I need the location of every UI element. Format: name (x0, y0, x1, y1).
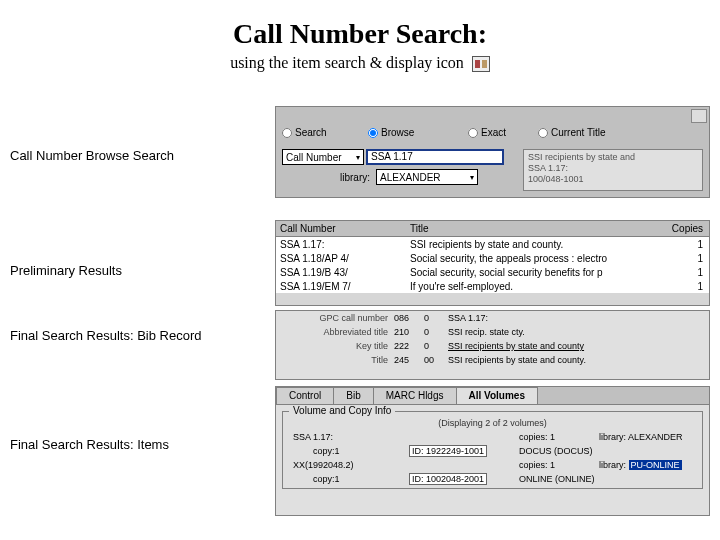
cell-copies: 1 (659, 253, 709, 264)
group-legend: Volume and Copy Info (289, 405, 395, 416)
col-copies[interactable]: Copies (659, 223, 709, 234)
cell-callno: SSA 1.17: (276, 239, 406, 250)
copy-id[interactable]: ID: 1002048-2001 (409, 473, 487, 485)
copy-row[interactable]: copy:1 ID: 1002048-2001 ONLINE (ONLINE) (289, 472, 696, 486)
volume-row[interactable]: XX(1992048.2) copies: 1 library: PU-ONLI… (289, 458, 696, 472)
cell-title: If you're self-employed. (406, 281, 659, 292)
col-title[interactable]: Title (406, 223, 659, 234)
bib-value: SSI recipients by state and county. (448, 355, 709, 365)
bib-label: GPC call number (276, 313, 394, 323)
label-bib-record: Final Search Results: Bib Record (10, 328, 201, 343)
bib-label: Title (276, 355, 394, 365)
bib-tag: 086 (394, 313, 424, 323)
tab-control[interactable]: Control (276, 387, 334, 404)
bib-value-link[interactable]: SSI recipients by state and county (448, 341, 709, 351)
tab-all-volumes[interactable]: All Volumes (456, 387, 539, 404)
vol-callno: XX(1992048.2) (289, 460, 409, 470)
bib-row[interactable]: Key title 222 0 SSI recipients by state … (276, 339, 709, 353)
label-items: Final Search Results: Items (10, 437, 169, 452)
search-controls-panel: Search Browse Exact Current Title Call N… (275, 106, 710, 198)
label-browse-search: Call Number Browse Search (10, 148, 174, 163)
radio-exact[interactable]: Exact (468, 127, 538, 138)
radio-exact-label: Exact (481, 127, 506, 138)
search-term-input[interactable]: SSA 1.17 (366, 149, 504, 165)
page-title: Call Number Search: (0, 18, 720, 50)
item-search-display-icon (472, 56, 490, 72)
volume-copy-group: Volume and Copy Info (Displaying 2 of 2 … (282, 411, 703, 489)
vol-library-highlight: PU-ONLINE (629, 460, 682, 470)
search-term-value: SSA 1.17 (371, 151, 413, 162)
bib-tag: 222 (394, 341, 424, 351)
cell-callno: SSA 1.19/B 43/ (276, 267, 406, 278)
search-result-preview: SSI recipients by state and SSA 1.17: 10… (523, 149, 703, 191)
cell-title: Social security, the appeals process : e… (406, 253, 659, 264)
radio-browse-label: Browse (381, 127, 414, 138)
copy-row[interactable]: copy:1 ID: 1922249-1001 DOCUS (DOCUS) (289, 444, 696, 458)
tab-bib[interactable]: Bib (333, 387, 373, 404)
table-row[interactable]: SSA 1.17: SSI recipients by state and co… (276, 237, 709, 251)
copy-location: ONLINE (ONLINE) (519, 474, 599, 484)
tab-marc-hldgs[interactable]: MARC Hldgs (373, 387, 457, 404)
result-line: 100/048-1001 (528, 174, 698, 185)
preliminary-results-panel: Call Number Title Copies SSA 1.17: SSI r… (275, 220, 710, 306)
index-select[interactable]: Call Number (282, 149, 364, 165)
page-subtitle: using the item search & display icon (0, 54, 720, 72)
result-line: SSA 1.17: (528, 163, 698, 174)
subtitle-text: using the item search & display icon (230, 54, 464, 71)
vol-copies: copies: 1 (519, 460, 599, 470)
cell-title: SSI recipients by state and county. (406, 239, 659, 250)
bib-label: Key title (276, 341, 394, 351)
cell-title: Social security, social security benefit… (406, 267, 659, 278)
cell-copies: 1 (659, 281, 709, 292)
cell-copies: 1 (659, 267, 709, 278)
result-line: SSI recipients by state and (528, 152, 698, 163)
copy-label: copy:1 (289, 474, 409, 484)
bib-row[interactable]: GPC call number 086 0 SSA 1.17: (276, 311, 709, 325)
table-row[interactable]: SSA 1.18/AP 4/ Social security, the appe… (276, 251, 709, 265)
radio-browse[interactable]: Browse (368, 127, 468, 138)
bib-label: Abbreviated title (276, 327, 394, 337)
bib-ind: 0 (424, 313, 448, 323)
vol-callno: SSA 1.17: (289, 432, 409, 442)
bib-ind: 0 (424, 327, 448, 337)
library-select-value: ALEXANDER (380, 172, 441, 183)
radio-current-label: Current Title (551, 127, 605, 138)
bib-tag: 210 (394, 327, 424, 337)
config-icon[interactable] (691, 109, 707, 123)
radio-search-label: Search (295, 127, 327, 138)
col-callnumber[interactable]: Call Number (276, 223, 406, 234)
cell-callno: SSA 1.18/AP 4/ (276, 253, 406, 264)
item-tabs: Control Bib MARC Hldgs All Volumes (276, 387, 709, 405)
bib-row[interactable]: Abbreviated title 210 0 SSI recip. state… (276, 325, 709, 339)
table-row[interactable]: SSA 1.19/B 43/ Social security, social s… (276, 265, 709, 279)
results-header-row: Call Number Title Copies (276, 221, 709, 237)
copy-label: copy:1 (289, 446, 409, 456)
label-preliminary-results: Preliminary Results (10, 263, 122, 278)
bib-record-panel: GPC call number 086 0 SSA 1.17: Abbrevia… (275, 310, 710, 380)
vol-library-label: library: (599, 460, 626, 470)
bib-value: SSA 1.17: (448, 313, 709, 323)
library-label: library: (340, 172, 370, 183)
cell-callno: SSA 1.19/EM 7/ (276, 281, 406, 292)
vol-library: library: ALEXANDER (599, 432, 696, 442)
cell-copies: 1 (659, 239, 709, 250)
copy-id[interactable]: ID: 1922249-1001 (409, 445, 487, 457)
radio-current-title[interactable]: Current Title (538, 127, 703, 138)
bib-ind: 0 (424, 341, 448, 351)
copy-location: DOCUS (DOCUS) (519, 446, 599, 456)
items-panel: Control Bib MARC Hldgs All Volumes Volum… (275, 386, 710, 516)
volume-row[interactable]: SSA 1.17: copies: 1 library: ALEXANDER (289, 430, 696, 444)
library-select[interactable]: ALEXANDER (376, 169, 478, 185)
bib-row[interactable]: Title 245 00 SSI recipients by state and… (276, 353, 709, 367)
volume-count-info: (Displaying 2 of 2 volumes) (289, 418, 696, 428)
radio-search[interactable]: Search (282, 127, 368, 138)
vol-copies: copies: 1 (519, 432, 599, 442)
bib-value: SSI recip. state cty. (448, 327, 709, 337)
index-select-value: Call Number (286, 152, 342, 163)
bib-ind: 00 (424, 355, 448, 365)
table-row[interactable]: SSA 1.19/EM 7/ If you're self-employed. … (276, 279, 709, 293)
bib-tag: 245 (394, 355, 424, 365)
